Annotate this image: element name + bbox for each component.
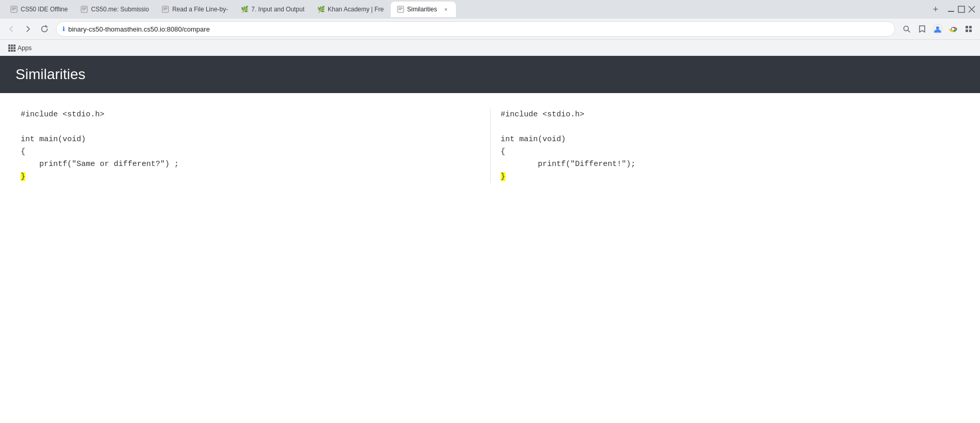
tab-tab-khan[interactable]: 🌿Khan Academy | Fre (311, 2, 390, 17)
svg-line-21 (908, 31, 910, 33)
left-code-column: #include <stdio.h> int main(void){ print… (21, 109, 480, 183)
svg-rect-27 (969, 26, 972, 28)
tab-label-tab-cs50me: CS50.me: Submissio (91, 6, 149, 13)
tab-favicon-tab-similarities (397, 6, 404, 13)
profile-icon-button[interactable] (930, 22, 945, 36)
svg-rect-32 (13, 44, 16, 47)
tab-bar: CS50 IDE OfflineCS50.me: SubmissioRead a… (0, 0, 980, 19)
new-tab-button[interactable]: + (928, 2, 943, 17)
column-divider (490, 109, 491, 183)
right-code-column: #include <stdio.h> int main(void){ print… (501, 109, 960, 183)
left-code-line: #include <stdio.h> (21, 109, 480, 121)
svg-rect-17 (958, 6, 964, 12)
right-code-line: { (501, 146, 960, 158)
svg-rect-29 (969, 29, 972, 32)
tab-label-tab-input-output: 7. Input and Output (251, 6, 304, 13)
search-icon-button[interactable] (899, 22, 914, 36)
page-header: Similarities (0, 56, 980, 93)
right-code-line: #include <stdio.h> (501, 109, 960, 121)
svg-rect-16 (948, 11, 954, 12)
svg-rect-33 (8, 47, 10, 49)
extensions-button[interactable] (961, 22, 976, 36)
tab-favicon-tab-cs50-ide (10, 6, 18, 13)
reload-button[interactable] (37, 22, 52, 36)
chrome-menu-button[interactable] (946, 22, 960, 36)
bookmarks-bar: Apps (0, 39, 980, 56)
apps-grid-icon (8, 44, 16, 52)
svg-rect-28 (966, 29, 968, 32)
svg-point-23 (936, 26, 939, 29)
svg-rect-0 (11, 6, 17, 12)
tab-label-tab-read-file: Read a File Line-by- (172, 6, 228, 13)
back-button[interactable] (4, 22, 19, 36)
svg-rect-12 (397, 6, 404, 12)
highlight-span: } (21, 172, 25, 181)
right-code-line: } (501, 171, 960, 183)
left-code-line: printf("Same or different?") ; (21, 158, 480, 171)
tab-favicon-tab-read-file (162, 6, 169, 13)
right-code-line: printf("Different!"); (501, 158, 960, 171)
tab-label-tab-similarities: Similarities (407, 6, 437, 13)
url-text: binary-cs50-thomasthein.cs50.io:8080/com… (68, 25, 889, 33)
forward-button[interactable] (21, 22, 35, 36)
svg-rect-30 (8, 44, 10, 47)
minimize-icon[interactable] (947, 5, 955, 13)
tab-tab-read-file[interactable]: Read a File Line-by- (156, 2, 234, 17)
browser-wrapper: CS50 IDE OfflineCS50.me: SubmissioRead a… (0, 0, 980, 56)
tab-label-tab-khan: Khan Academy | Fre (328, 6, 384, 13)
tab-tab-cs50-ide[interactable]: CS50 IDE Offline (4, 2, 74, 17)
svg-rect-35 (13, 47, 16, 49)
tab-tab-similarities[interactable]: Similarities× (391, 2, 456, 17)
left-code-line: int main(void) (21, 133, 480, 146)
toolbar: ℹ binary-cs50-thomasthein.cs50.io:8080/c… (0, 19, 980, 39)
highlight-span: } (501, 172, 506, 181)
page-content: #include <stdio.h> int main(void){ print… (0, 93, 980, 199)
address-bar[interactable]: ℹ binary-cs50-thomasthein.cs50.io:8080/c… (56, 21, 895, 37)
tab-favicon-tab-input-output: 🌿 (241, 6, 248, 13)
svg-rect-31 (11, 44, 13, 47)
svg-rect-34 (11, 47, 13, 49)
svg-rect-8 (162, 6, 169, 12)
tab-favicon-tab-cs50me (81, 6, 88, 13)
svg-point-25 (952, 28, 955, 31)
close-icon[interactable] (968, 5, 976, 13)
bookmark-apps[interactable]: Apps (4, 42, 36, 54)
tab-favicon-tab-khan: 🌿 (317, 6, 325, 13)
left-code-line: { (21, 146, 480, 158)
right-code-line (501, 121, 960, 133)
tab-close-tab-similarities[interactable]: × (442, 6, 450, 13)
svg-rect-26 (966, 26, 968, 28)
right-code-line: int main(void) (501, 133, 960, 146)
svg-rect-4 (81, 6, 87, 12)
maximize-icon[interactable] (957, 5, 966, 13)
left-code-line (21, 121, 480, 133)
apps-bookmark-label: Apps (18, 44, 32, 52)
left-code-line: } (21, 171, 480, 183)
secure-icon: ℹ (63, 25, 65, 33)
svg-rect-36 (8, 50, 10, 52)
tab-label-tab-cs50-ide: CS50 IDE Offline (21, 6, 68, 13)
bookmark-icon-button[interactable] (915, 22, 929, 36)
page-title: Similarities (16, 66, 964, 83)
svg-rect-37 (11, 50, 13, 52)
svg-rect-38 (13, 50, 16, 52)
tab-tab-input-output[interactable]: 🌿7. Input and Output (235, 2, 311, 17)
toolbar-right (899, 22, 976, 36)
tab-tab-cs50me[interactable]: CS50.me: Submissio (74, 2, 155, 17)
